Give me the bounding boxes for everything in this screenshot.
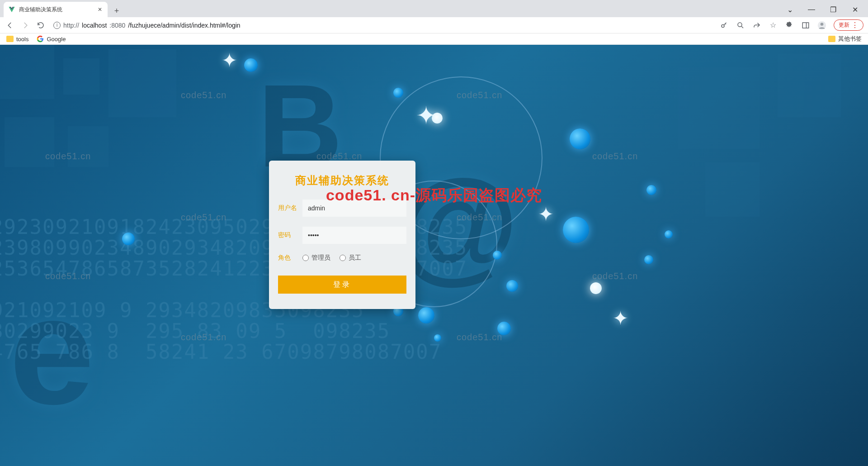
- bg-star: ✦: [613, 307, 628, 329]
- watermark: code51.cn: [181, 90, 226, 100]
- bookmark-other[interactable]: 其他书签: [828, 35, 862, 43]
- window-minimize-icon[interactable]: ―: [805, 5, 818, 14]
- svg-rect-2: [802, 23, 809, 28]
- role-radio-staff-input[interactable]: [340, 255, 346, 261]
- url-port: :8080: [109, 22, 125, 29]
- watermark: code51.cn: [181, 332, 226, 342]
- watermark: code51.cn: [457, 90, 502, 100]
- bg-star: ✦: [222, 49, 237, 71]
- watermark: code51.cn: [592, 151, 638, 162]
- url-host: localhost: [82, 22, 107, 29]
- nav-back-button[interactable]: [5, 20, 15, 31]
- nav-reload-button[interactable]: [35, 20, 46, 31]
- watermark: code51.cn: [592, 271, 638, 281]
- site-info-icon[interactable]: i: [53, 22, 61, 29]
- zoom-icon[interactable]: [736, 21, 745, 30]
- bg-star: ✦: [416, 101, 436, 130]
- bookmark-google[interactable]: Google: [37, 35, 66, 43]
- watermark: code51.cn: [457, 212, 502, 223]
- login-card: 商业辅助决策系统 用户名 密码 角色 管理员 员工 登录: [269, 161, 415, 309]
- password-input[interactable]: [302, 227, 406, 244]
- username-label: 用户名: [278, 204, 302, 212]
- password-label: 密码: [278, 231, 302, 239]
- bookmark-star-icon[interactable]: ☆: [769, 21, 778, 30]
- bg-star: ✦: [538, 203, 554, 225]
- window-close-icon[interactable]: ✕: [848, 5, 862, 14]
- url-proto: http://: [63, 22, 79, 29]
- update-button[interactable]: 更新⋮: [834, 19, 863, 31]
- address-bar-row: i http://localhost:8080/fuzhujuece/admin…: [0, 17, 868, 33]
- svg-point-4: [821, 23, 824, 26]
- share-icon[interactable]: [752, 21, 761, 30]
- svg-point-1: [738, 23, 742, 27]
- role-radio-staff[interactable]: 员工: [340, 254, 361, 262]
- bg-dot: [497, 322, 511, 335]
- url-path: /fuzhujuece/admin/dist/index.html#/login: [128, 22, 240, 29]
- tab-title: 商业辅助决策系统: [19, 6, 93, 14]
- role-label: 角色: [278, 254, 302, 262]
- watermark: code51.cn: [45, 151, 91, 162]
- browser-tab[interactable]: 商业辅助决策系统 ✕: [4, 2, 108, 17]
- svg-point-0: [722, 24, 724, 27]
- bg-dot: [646, 185, 656, 195]
- bg-dot: [506, 280, 518, 292]
- bookmark-tools[interactable]: tools: [6, 36, 28, 43]
- new-tab-button[interactable]: +: [110, 5, 123, 17]
- role-row: 角色 管理员 员工: [278, 254, 406, 262]
- menu-dots-icon: ⋮: [851, 22, 859, 29]
- watermark: code51.cn: [181, 212, 226, 223]
- bg-dot: [590, 282, 602, 294]
- bg-dot: [418, 307, 434, 323]
- tab-strip: 商业辅助决策系统 ✕ + ⌄ ― ❐ ✕: [0, 0, 868, 17]
- browser-chrome: 商业辅助决策系统 ✕ + ⌄ ― ❐ ✕ i http://localhost:…: [0, 0, 868, 45]
- password-key-icon[interactable]: [720, 21, 729, 30]
- folder-icon: [6, 36, 14, 42]
- page-content: B @ e 2923092109182423095029348209835098…: [0, 45, 868, 466]
- password-row: 密码: [278, 227, 406, 244]
- window-controls: ⌄ ― ❐ ✕: [783, 2, 868, 17]
- address-bar[interactable]: i http://localhost:8080/fuzhujuece/admin…: [51, 19, 715, 32]
- login-button[interactable]: 登录: [278, 276, 406, 294]
- address-bar-icons: ☆ 更新⋮: [720, 19, 863, 31]
- vue-favicon-icon: [8, 6, 15, 13]
- google-icon: [37, 35, 44, 43]
- tab-close-icon[interactable]: ✕: [97, 6, 103, 13]
- watermark: code51.cn: [45, 271, 91, 281]
- bg-dot: [563, 217, 589, 243]
- role-radio-admin[interactable]: 管理员: [302, 254, 330, 262]
- bg-dot: [665, 230, 673, 238]
- bg-dot: [393, 88, 403, 98]
- watermark-overlay-text: code51. cn-源码乐园盗图必究: [326, 185, 542, 206]
- bg-dot: [644, 255, 653, 264]
- extensions-icon[interactable]: [785, 21, 794, 30]
- bookmarks-bar: tools Google 其他书签: [0, 33, 868, 45]
- profile-avatar-icon[interactable]: [817, 21, 826, 30]
- bg-dot: [570, 128, 590, 149]
- folder-icon: [828, 36, 835, 42]
- bg-dot: [122, 233, 135, 245]
- nav-forward-button[interactable]: [20, 20, 31, 31]
- watermark: code51.cn: [457, 332, 502, 342]
- bg-dot: [434, 334, 441, 342]
- window-maximize-icon[interactable]: ❐: [826, 5, 840, 14]
- sidepanel-icon[interactable]: [801, 21, 810, 30]
- role-radio-admin-input[interactable]: [302, 255, 309, 261]
- watermark: code51.cn: [316, 151, 362, 162]
- window-dropdown-icon[interactable]: ⌄: [783, 5, 797, 14]
- bg-dot: [493, 251, 502, 260]
- bg-dot: [244, 58, 258, 72]
